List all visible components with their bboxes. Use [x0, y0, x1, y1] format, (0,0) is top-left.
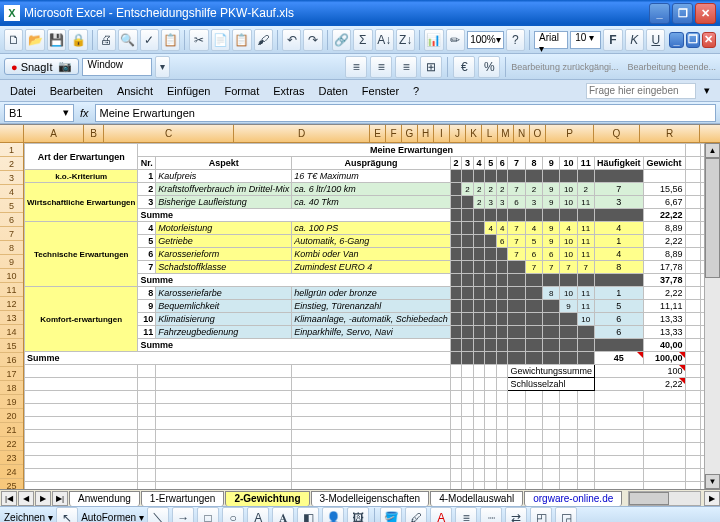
fill-color-icon[interactable]: 🪣 [380, 507, 402, 523]
dash-style-icon[interactable]: ┈ [480, 507, 502, 523]
doc-minimize-button[interactable]: _ [669, 32, 683, 48]
row-header-9[interactable]: 9 [0, 255, 23, 269]
autosum-icon[interactable]: Σ [353, 29, 372, 51]
chart-icon[interactable]: 📊 [424, 29, 443, 51]
row-header-8[interactable]: 8 [0, 241, 23, 255]
redo-icon[interactable]: ↷ [303, 29, 322, 51]
col-header-R[interactable]: R [640, 125, 700, 142]
menu-einfuegen[interactable]: Einfügen [161, 83, 216, 99]
font-color-icon[interactable]: A [430, 507, 452, 523]
menu-datei[interactable]: Datei [4, 83, 42, 99]
currency-icon[interactable]: € [453, 56, 475, 78]
picture-icon[interactable]: 🖼 [347, 507, 369, 523]
bold-icon[interactable]: F [603, 29, 622, 51]
3d-icon[interactable]: ◲ [555, 507, 577, 523]
sheet-tab-4[interactable]: 4-Modellauswahl [430, 491, 523, 506]
help-icon[interactable]: ? [506, 29, 525, 51]
hscroll-thumb[interactable] [629, 492, 669, 505]
menu-help[interactable]: ? [407, 83, 425, 99]
align-center-icon[interactable]: ≡ [370, 56, 392, 78]
vertical-scrollbar[interactable]: ▲ ▼ [704, 143, 720, 489]
sheet-tab-1[interactable]: 1-Erwartungen [141, 491, 225, 506]
undo-icon[interactable]: ↶ [282, 29, 301, 51]
row-header-24[interactable]: 24 [0, 465, 23, 479]
align-right-icon[interactable]: ≡ [395, 56, 417, 78]
line-icon[interactable]: ＼ [147, 507, 169, 523]
col-header-I[interactable]: I [434, 125, 450, 142]
menu-ansicht[interactable]: Ansicht [111, 83, 159, 99]
menu-format[interactable]: Format [218, 83, 265, 99]
sort-desc-icon[interactable]: Z↓ [396, 29, 415, 51]
tab-first-button[interactable]: |◀ [1, 491, 17, 506]
line-style-icon[interactable]: ≡ [455, 507, 477, 523]
row-header-7[interactable]: 7 [0, 227, 23, 241]
col-header-E[interactable]: E [370, 125, 386, 142]
line-color-icon[interactable]: 🖊 [405, 507, 427, 523]
merge-icon[interactable]: ⊞ [420, 56, 442, 78]
row-header-18[interactable]: 18 [0, 381, 23, 395]
col-header-C[interactable]: C [104, 125, 234, 142]
oval-icon[interactable]: ○ [222, 507, 244, 523]
row-header-6[interactable]: 6 [0, 213, 23, 227]
row-header-21[interactable]: 21 [0, 423, 23, 437]
drawing-icon[interactable]: ✏ [446, 29, 465, 51]
doc-close-button[interactable]: ✕ [702, 32, 716, 48]
snagit-button[interactable]: ●SnagIt 📷 [4, 58, 79, 75]
select-all-corner[interactable] [0, 125, 24, 142]
sort-asc-icon[interactable]: A↓ [375, 29, 394, 51]
sheet-tab-2[interactable]: 2-Gewichtung [225, 491, 309, 506]
col-header-D[interactable]: D [234, 125, 370, 142]
col-header-J[interactable]: J [450, 125, 466, 142]
col-header-B[interactable]: B [84, 125, 104, 142]
maximize-button[interactable]: ❐ [672, 3, 693, 24]
spell-icon[interactable]: ✓ [140, 29, 159, 51]
permission-icon[interactable]: 🔒 [68, 29, 87, 51]
row-header-3[interactable]: 3 [0, 171, 23, 185]
row-header-2[interactable]: 2 [0, 157, 23, 171]
paste-icon[interactable]: 📋 [232, 29, 251, 51]
diagram-icon[interactable]: ◧ [297, 507, 319, 523]
clipart-icon[interactable]: 👤 [322, 507, 344, 523]
col-header-N[interactable]: N [514, 125, 530, 142]
tab-prev-button[interactable]: ◀ [18, 491, 34, 506]
hyperlink-icon[interactable]: 🔗 [332, 29, 351, 51]
zoom-select[interactable]: 100% ▾ [467, 31, 504, 49]
align-left-icon[interactable]: ≡ [345, 56, 367, 78]
col-header-H[interactable]: H [418, 125, 434, 142]
snagit-window-select[interactable]: Window [82, 58, 152, 76]
font-name-select[interactable]: Arial ▾ [534, 31, 568, 49]
underline-icon[interactable]: U [646, 29, 665, 51]
question-box[interactable] [586, 83, 696, 99]
menu-dd[interactable]: ▾ [698, 82, 716, 99]
menu-fenster[interactable]: Fenster [356, 83, 405, 99]
textbox-icon[interactable]: A [247, 507, 269, 523]
cut-icon[interactable]: ✂ [189, 29, 208, 51]
hscroll-right-button[interactable]: ▶ [704, 491, 720, 506]
font-size-select[interactable]: 10 ▾ [570, 31, 601, 49]
menu-bearbeiten[interactable]: Bearbeiten [44, 83, 109, 99]
rect-icon[interactable]: □ [197, 507, 219, 523]
row-header-23[interactable]: 23 [0, 451, 23, 465]
row-header-5[interactable]: 5 [0, 199, 23, 213]
close-button[interactable]: ✕ [695, 3, 716, 24]
col-header-K[interactable]: K [466, 125, 482, 142]
doc-restore-button[interactable]: ❐ [686, 32, 700, 48]
tab-next-button[interactable]: ▶ [35, 491, 51, 506]
arrow-icon[interactable]: → [172, 507, 194, 523]
menu-daten[interactable]: Daten [312, 83, 353, 99]
row-header-15[interactable]: 15 [0, 339, 23, 353]
col-header-L[interactable]: L [482, 125, 498, 142]
row-header-1[interactable]: 1 [0, 143, 23, 157]
sheet-tab-0[interactable]: Anwendung [69, 491, 140, 506]
copy-icon[interactable]: 📄 [211, 29, 230, 51]
research-icon[interactable]: 📋 [161, 29, 180, 51]
arrow-style-icon[interactable]: ⇄ [505, 507, 527, 523]
row-header-10[interactable]: 10 [0, 269, 23, 283]
col-header-P[interactable]: P [546, 125, 594, 142]
menu-extras[interactable]: Extras [267, 83, 310, 99]
row-header-13[interactable]: 13 [0, 311, 23, 325]
minimize-button[interactable]: _ [649, 3, 670, 24]
row-header-4[interactable]: 4 [0, 185, 23, 199]
snagit-dd[interactable]: ▾ [155, 56, 170, 78]
col-header-A[interactable]: A [24, 125, 84, 142]
